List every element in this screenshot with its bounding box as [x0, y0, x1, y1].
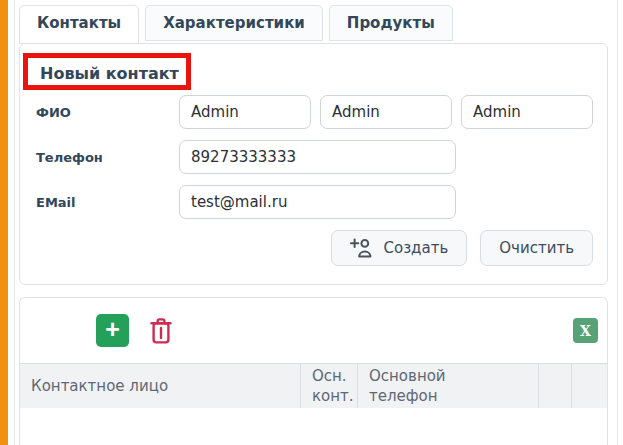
tab-contacts[interactable]: Контакты: [19, 5, 139, 44]
delete-row-button[interactable]: [147, 314, 175, 347]
person-add-icon: [350, 238, 374, 259]
column-header-main-phone: Основной телефон: [358, 364, 539, 408]
grid-toolbar: + X: [20, 298, 607, 363]
phone-row: Телефон: [36, 140, 593, 174]
clear-button-label: Очистить: [499, 239, 574, 257]
export-excel-button[interactable]: X: [573, 318, 598, 343]
tab-characteristics[interactable]: Характеристики: [145, 5, 323, 41]
grid-header-row: Контактное лицо Осн. конт. Основной теле…: [20, 363, 607, 408]
plus-icon: +: [105, 317, 120, 342]
grid-body-empty: [20, 408, 607, 445]
contacts-grid-panel: + X К: [19, 297, 608, 445]
panel-title: Новый контакт: [40, 64, 593, 83]
create-button-label: Создать: [383, 239, 448, 257]
email-label: EMail: [36, 195, 179, 210]
trash-icon: [149, 317, 173, 345]
column-header-empty-1: [539, 364, 572, 408]
contact-page: Контакты Характеристики Продукты Новый к…: [19, 5, 608, 445]
accent-bar: [0, 0, 8, 445]
fio-label: ФИО: [36, 105, 179, 120]
column-header-contact-person: Контактное лицо: [20, 364, 301, 408]
create-button[interactable]: Создать: [331, 230, 467, 266]
phone-input[interactable]: [179, 140, 456, 174]
email-input[interactable]: [179, 185, 456, 219]
column-header-main-contact: Осн. конт.: [301, 364, 358, 408]
tab-products[interactable]: Продукты: [329, 5, 453, 41]
add-row-button[interactable]: +: [96, 314, 129, 347]
email-row: EMail: [36, 185, 593, 219]
left-divider: [14, 0, 15, 445]
fio-middlename-input[interactable]: [461, 95, 593, 129]
clear-button[interactable]: Очистить: [480, 230, 593, 266]
fio-row: ФИО: [36, 95, 593, 129]
phone-label: Телефон: [36, 150, 179, 165]
new-contact-panel: Новый контакт ФИО Телефон EMail: [19, 43, 608, 285]
excel-x-icon: X: [580, 323, 591, 339]
form-actions: Создать Очистить: [36, 230, 593, 266]
right-divider: [617, 0, 618, 445]
tab-bar: Контакты Характеристики Продукты: [19, 5, 608, 43]
fio-firstname-input[interactable]: [320, 95, 452, 129]
fio-lastname-input[interactable]: [179, 95, 311, 129]
column-header-empty-2: [572, 364, 607, 408]
